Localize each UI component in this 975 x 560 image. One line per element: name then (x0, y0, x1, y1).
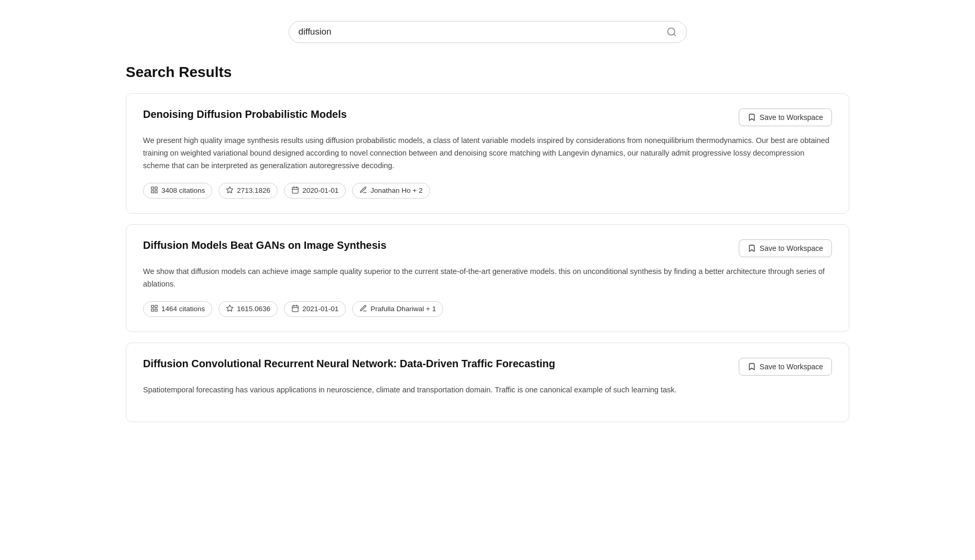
authors-value: Prafulla Dhariwal + 1 (370, 305, 436, 313)
save-to-workspace-button[interactable]: Save to Workspace (739, 239, 832, 257)
citations-value: 1464 citations (161, 305, 205, 313)
svg-rect-11 (151, 305, 154, 307)
card-header: Diffusion Models Beat GANs on Image Synt… (143, 239, 832, 257)
save-label: Save to Workspace (760, 363, 823, 371)
authors-badge: Jonathan Ho + 2 (352, 183, 430, 199)
score-icon (226, 304, 234, 314)
result-card-3: Diffusion Convolutional Recurrent Neural… (126, 343, 849, 422)
card-title: Diffusion Convolutional Recurrent Neural… (143, 358, 728, 370)
svg-rect-7 (292, 187, 298, 193)
results-list: Denoising Diffusion Probabilistic Models… (126, 93, 849, 422)
svg-rect-14 (151, 309, 154, 311)
card-abstract: We present high quality image synthesis … (143, 135, 832, 172)
bookmark-icon (748, 113, 756, 122)
date-badge: 2021-01-01 (284, 301, 346, 317)
score-value: 1615.0636 (237, 305, 270, 313)
result-card-2: Diffusion Models Beat GANs on Image Synt… (126, 224, 849, 332)
bookmark-icon (748, 363, 756, 371)
save-to-workspace-button[interactable]: Save to Workspace (739, 108, 832, 126)
card-meta: 1464 citations 1615.0636 2021-01-01 Praf… (143, 301, 832, 317)
citations-value: 3408 citations (161, 186, 205, 194)
pen-icon (359, 304, 367, 314)
search-bar-container (126, 16, 849, 43)
score-value: 2713.1826 (237, 186, 270, 194)
score-icon (226, 186, 234, 195)
svg-line-1 (673, 34, 675, 36)
calendar-icon (291, 186, 299, 195)
authors-value: Jonathan Ho + 2 (370, 186, 422, 194)
save-to-workspace-button[interactable]: Save to Workspace (739, 358, 832, 376)
card-abstract: Spatiotemporal forecasting has various a… (143, 384, 832, 397)
save-label: Save to Workspace (760, 244, 823, 252)
card-header: Diffusion Convolutional Recurrent Neural… (143, 358, 832, 376)
svg-rect-13 (155, 309, 157, 311)
svg-marker-6 (227, 186, 234, 193)
svg-marker-15 (227, 305, 234, 311)
save-label: Save to Workspace (760, 113, 823, 122)
citations-badge: 1464 citations (143, 301, 212, 317)
card-header: Denoising Diffusion Probabilistic Models… (143, 108, 832, 126)
svg-rect-16 (292, 305, 298, 311)
svg-rect-2 (151, 187, 154, 189)
svg-rect-4 (155, 191, 157, 193)
card-title: Denoising Diffusion Probabilistic Models (143, 108, 728, 120)
score-badge: 1615.0636 (218, 301, 278, 317)
card-abstract: We show that diffusion models can achiev… (143, 266, 832, 291)
citations-icon (150, 304, 158, 314)
card-meta: 3408 citations 2713.1826 2020-01-01 Jona… (143, 183, 832, 199)
search-bar (289, 21, 687, 43)
pen-icon (359, 186, 367, 195)
svg-rect-12 (155, 305, 157, 307)
card-title: Diffusion Models Beat GANs on Image Synt… (143, 239, 728, 251)
citations-icon (150, 186, 158, 195)
search-icon (666, 27, 677, 37)
citations-badge: 3408 citations (143, 183, 212, 199)
svg-rect-3 (155, 187, 157, 189)
date-value: 2020-01-01 (302, 186, 338, 194)
calendar-icon (291, 304, 299, 314)
date-value: 2021-01-01 (302, 305, 338, 313)
date-badge: 2020-01-01 (284, 183, 346, 199)
bookmark-icon (748, 244, 756, 252)
search-input[interactable] (299, 27, 666, 37)
page-title: Search Results (126, 64, 849, 81)
page-container: Search Results Denoising Diffusion Proba… (105, 0, 870, 448)
score-badge: 2713.1826 (218, 183, 278, 199)
authors-badge: Prafulla Dhariwal + 1 (352, 301, 443, 317)
result-card-1: Denoising Diffusion Probabilistic Models… (126, 93, 849, 214)
search-button[interactable] (666, 27, 677, 37)
svg-rect-5 (151, 191, 154, 193)
